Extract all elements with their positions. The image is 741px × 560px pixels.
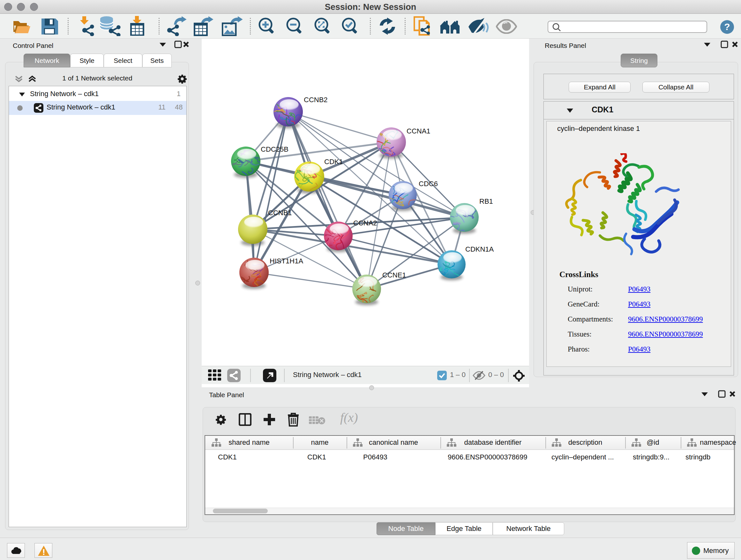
svg-text:CDKN1A: CDKN1A bbox=[465, 245, 494, 253]
svg-text:CCNA1: CCNA1 bbox=[407, 127, 430, 135]
svg-text:HIST1H1A: HIST1H1A bbox=[270, 257, 303, 265]
svg-text:?: ? bbox=[724, 21, 730, 32]
svg-text:CDC6: CDC6 bbox=[419, 180, 438, 188]
svg-text:CDC25B: CDC25B bbox=[261, 145, 288, 153]
svg-text:RB1: RB1 bbox=[479, 197, 493, 205]
svg-text:CCNA2: CCNA2 bbox=[353, 219, 377, 227]
svg-text:CCNB1: CCNB1 bbox=[268, 209, 292, 217]
svg-text:CCNB2: CCNB2 bbox=[304, 96, 328, 104]
svg-text:CCNE1: CCNE1 bbox=[382, 271, 406, 279]
svg-text:CDK1: CDK1 bbox=[324, 158, 343, 166]
